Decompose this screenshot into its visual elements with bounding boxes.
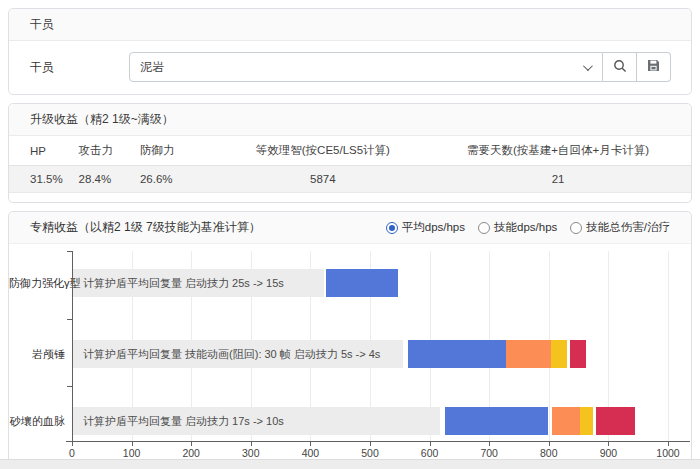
- axis-tick-label: 700: [467, 447, 511, 459]
- chart-bar-segment[interactable]: [326, 269, 398, 297]
- axis-tick-label: 400: [288, 447, 332, 459]
- chart-axis-tick: [489, 442, 490, 446]
- chart-axis-tick: [370, 442, 371, 446]
- axis-tick-label: 500: [348, 447, 392, 459]
- upgrade-value-cell: 26.6%: [132, 166, 221, 193]
- chart-bar-segment[interactable]: [596, 407, 634, 435]
- chart-bar-segment[interactable]: [445, 407, 548, 435]
- chart-bar-segment[interactable]: [506, 340, 551, 368]
- chart-axis-tick: [608, 442, 609, 446]
- chart-axis-tick: [67, 251, 72, 252]
- chart-axis-tick: [251, 442, 252, 446]
- chart-bar-segment[interactable]: [570, 340, 587, 368]
- chart-bar-segment[interactable]: [552, 407, 580, 435]
- upgrade-value-cell: 28.4%: [71, 166, 132, 193]
- upgrade-value-cell: 5874: [221, 166, 426, 193]
- mastery-card-header: 专精收益（以精2 1级 7级技能为基准计算） 平均dps/hps技能dps/hp…: [9, 212, 691, 244]
- chart-bar-segment[interactable]: [551, 340, 567, 368]
- axis-tick-label: 1000: [646, 447, 690, 459]
- operator-select-value: 泥岩: [140, 59, 583, 76]
- chart-annotation: 计算护盾平均回复量 技能动画(阻回): 30 帧 启动技力 5s -> 4s: [83, 340, 380, 368]
- operator-form: 干员 泥岩: [9, 41, 691, 94]
- radio-option-1[interactable]: 技能dps/hps: [478, 220, 557, 235]
- chart-axis-tick: [67, 319, 72, 320]
- save-icon: [647, 59, 660, 75]
- chart-row-label: 砂壤的血脉: [9, 407, 65, 435]
- axis-tick-label: 600: [408, 447, 452, 459]
- chevron-down-icon: [583, 61, 593, 71]
- chart-bar-segment[interactable]: [580, 407, 593, 435]
- chart-axis-tick: [549, 442, 550, 446]
- axis-tick-label: 100: [110, 447, 154, 459]
- upgrade-card-title: 升级收益（精2 1级~满级）: [30, 112, 174, 126]
- radio-label: 平均dps/hps: [402, 220, 465, 235]
- chart-axis-tick: [132, 442, 133, 446]
- upgrade-value-cell: 31.5%: [9, 166, 71, 193]
- operator-card-title: 干员: [30, 17, 54, 31]
- chart-axis-tick: [430, 442, 431, 446]
- chart-row-label: 防御力强化γ型: [9, 269, 65, 297]
- chart-axis-tick: [191, 442, 192, 446]
- upgrade-col-header: 防御力: [132, 136, 221, 166]
- chart-axis-tick: [72, 442, 73, 446]
- upgrade-card-header: 升级收益（精2 1级~满级）: [9, 104, 691, 136]
- upgrade-col-header: 需要天数(按基建+自回体+月卡计算): [425, 136, 691, 166]
- radio-label: 技能dps/hps: [494, 220, 557, 235]
- search-button[interactable]: [603, 52, 637, 82]
- upgrade-table: HP攻击力防御力等效理智(按CE5/LS5计算)需要天数(按基建+自回体+月卡计…: [9, 136, 691, 193]
- upgrade-card: 升级收益（精2 1级~满级） HP攻击力防御力等效理智(按CE5/LS5计算)需…: [8, 103, 692, 203]
- save-button[interactable]: [637, 52, 671, 82]
- upgrade-table-header-row: HP攻击力防御力等效理智(按CE5/LS5计算)需要天数(按基建+自回体+月卡计…: [9, 136, 691, 166]
- operator-select[interactable]: 泥岩: [129, 52, 603, 82]
- next-section-edge: [0, 459, 700, 469]
- chart-bar-segment[interactable]: [408, 340, 506, 368]
- operator-field-label: 干员: [30, 59, 129, 76]
- chart-axis-tick: [310, 442, 311, 446]
- chart-axis-tick: [67, 386, 72, 387]
- table-row: 31.5%28.4%26.6%587421: [9, 166, 691, 193]
- chart-axis-tick: [668, 442, 669, 446]
- chart-x-axis: [66, 441, 690, 442]
- radio-icon: [386, 222, 398, 234]
- dps-mode-radio-group: 平均dps/hps技能dps/hps技能总伤害/治疗: [386, 220, 670, 235]
- chart-annotation: 计算护盾平均回复量 启动技力 25s -> 15s: [83, 269, 284, 297]
- mastery-bar-chart: 计算护盾平均回复量 启动技力 25s -> 15s防御力强化γ型计算护盾平均回复…: [9, 244, 691, 469]
- mastery-card: 专精收益（以精2 1级 7级技能为基准计算） 平均dps/hps技能dps/hp…: [8, 211, 692, 469]
- chart-annotation: 计算护盾平均回复量 启动技力 17s -> 10s: [83, 407, 284, 435]
- upgrade-col-header: 攻击力: [71, 136, 132, 166]
- radio-option-2[interactable]: 技能总伤害/治疗: [570, 220, 670, 235]
- axis-tick-label: 800: [527, 447, 571, 459]
- radio-label: 技能总伤害/治疗: [586, 220, 670, 235]
- upgrade-col-header: HP: [9, 136, 71, 166]
- upgrade-value-cell: 21: [425, 166, 691, 193]
- mastery-card-title: 专精收益（以精2 1级 7级技能为基准计算）: [30, 219, 261, 236]
- chart-y-axis: [72, 251, 73, 441]
- radio-option-0[interactable]: 平均dps/hps: [386, 220, 465, 235]
- upgrade-col-header: 等效理智(按CE5/LS5计算): [221, 136, 426, 166]
- chart-row-label: 岩颅锤: [9, 340, 65, 368]
- radio-icon: [570, 222, 582, 234]
- axis-tick-label: 900: [586, 447, 630, 459]
- axis-tick-label: 200: [169, 447, 213, 459]
- radio-icon: [478, 222, 490, 234]
- chart-grid-line: [668, 251, 669, 441]
- axis-tick-label: 0: [50, 447, 94, 459]
- operator-card: 干员 干员 泥岩: [8, 8, 692, 95]
- axis-tick-label: 300: [229, 447, 273, 459]
- operator-card-header: 干员: [9, 9, 691, 41]
- search-icon: [613, 59, 627, 76]
